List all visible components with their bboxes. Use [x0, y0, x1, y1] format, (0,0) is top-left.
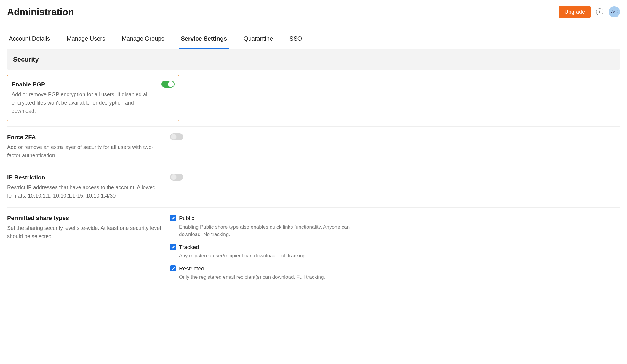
setting-control [170, 133, 620, 143]
section-title: Security [13, 54, 614, 64]
setting-title-ip-restriction: IP Restriction [7, 173, 161, 182]
check-icon [171, 266, 175, 270]
share-type-options: Public Enabling Public share type also e… [170, 214, 620, 286]
setting-text: Enable PGP Add or remove PGP encryption … [12, 80, 153, 116]
tab-manage-users[interactable]: Manage Users [65, 28, 107, 49]
setting-desc-enable-pgp: Add or remove PGP encryption for all use… [12, 91, 153, 116]
share-type-restricted-desc: Only the registered email recipient(s) c… [179, 273, 363, 281]
setting-desc-permitted-share-types: Set the sharing security level site-wide… [7, 224, 161, 241]
check-icon [171, 216, 175, 220]
setting-control [161, 80, 175, 90]
setting-desc-ip-restriction: Restrict IP addresses that have access t… [7, 184, 161, 200]
setting-title-force-2fa: Force 2FA [7, 133, 161, 142]
upgrade-button[interactable]: Upgrade [559, 6, 591, 18]
share-type-public-label: Public [179, 214, 620, 223]
setting-force-2fa: Force 2FA Add or remove an extra layer o… [7, 127, 620, 167]
topbar-actions: Upgrade AC [559, 6, 620, 18]
topbar: Administration Upgrade AC [0, 0, 627, 25]
share-type-tracked-body: Tracked Any registered user/recipient ca… [179, 243, 620, 263]
setting-text: IP Restriction Restrict IP addresses tha… [7, 173, 161, 200]
checkbox-restricted[interactable] [170, 265, 176, 271]
page-title: Administration [7, 5, 74, 19]
share-type-public-desc: Enabling Public share type also enables … [179, 223, 363, 238]
share-type-tracked-label: Tracked [179, 243, 620, 252]
setting-title-permitted-share-types: Permitted share types [7, 214, 161, 222]
setting-text: Permitted share types Set the sharing se… [7, 214, 161, 241]
setting-title-enable-pgp: Enable PGP [12, 80, 153, 89]
share-type-restricted-body: Restricted Only the registered email rec… [179, 264, 620, 284]
toggle-force-2fa[interactable] [170, 133, 183, 140]
tab-quarantine[interactable]: Quarantine [242, 28, 275, 49]
share-type-restricted-row: Restricted Only the registered email rec… [170, 264, 620, 284]
toggle-enable-pgp[interactable] [161, 81, 175, 88]
setting-permitted-share-types: Permitted share types Set the sharing se… [7, 208, 620, 293]
tabs: Account Details Manage Users Manage Grou… [0, 28, 627, 49]
tab-service-settings[interactable]: Service Settings [179, 28, 229, 49]
tab-sso[interactable]: SSO [288, 28, 304, 49]
tab-account-details[interactable]: Account Details [7, 28, 52, 49]
check-icon [171, 245, 175, 249]
toggle-ip-restriction[interactable] [170, 174, 183, 181]
setting-desc-force-2fa: Add or remove an extra layer of security… [7, 143, 161, 160]
share-type-public-row: Public Enabling Public share type also e… [170, 214, 620, 241]
divider [0, 25, 627, 25]
share-type-restricted-label: Restricted [179, 264, 620, 273]
info-icon[interactable] [596, 8, 603, 15]
content: Security Enable PGP Add or remove PGP en… [0, 49, 627, 305]
share-type-tracked-desc: Any registered user/recipient can downlo… [179, 252, 363, 260]
checkbox-public[interactable] [170, 215, 176, 221]
checkbox-tracked[interactable] [170, 244, 176, 250]
setting-control [170, 173, 620, 183]
share-type-public-body: Public Enabling Public share type also e… [179, 214, 620, 241]
tab-manage-groups[interactable]: Manage Groups [120, 28, 166, 49]
share-type-tracked-row: Tracked Any registered user/recipient ca… [170, 243, 620, 263]
section-heading-security: Security [7, 49, 620, 70]
avatar[interactable]: AC [609, 6, 620, 17]
setting-text: Force 2FA Add or remove an extra layer o… [7, 133, 161, 160]
setting-enable-pgp: Enable PGP Add or remove PGP encryption … [7, 75, 179, 121]
setting-ip-restriction: IP Restriction Restrict IP addresses tha… [7, 167, 620, 208]
